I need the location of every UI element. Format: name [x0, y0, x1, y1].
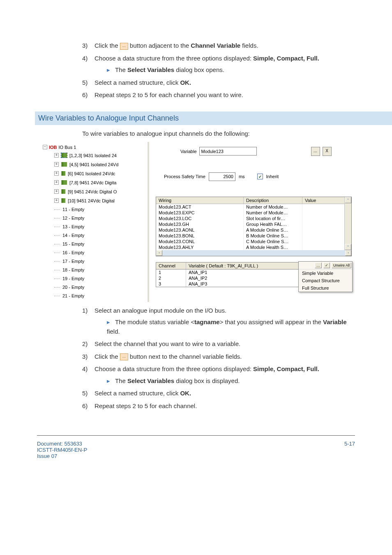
footer-rule — [37, 435, 355, 436]
tree-module-label: [1,2,3] 9431 Isolated 24 — [69, 153, 117, 158]
browse-button[interactable]: … — [311, 147, 320, 156]
ellipsis-icon: … — [120, 353, 128, 360]
module-icon — [61, 180, 67, 185]
scroll-up-icon[interactable]: ˄ — [345, 197, 351, 203]
screenshot: − IOB IO Bus 1 +[1,2,3] 9431 Isolated 24… — [41, 142, 355, 302]
wiring-row[interactable]: Module123.CONLC Module Online S… — [156, 239, 351, 244]
col-header-channel[interactable]: Channel — [156, 262, 186, 269]
step-4-sub: ▸ The Select Variables dialog box opens. — [107, 65, 355, 75]
step-3: 3) Click the … button adjacent to the Ch… — [82, 41, 355, 51]
wiring-row[interactable]: Module123.AONLA Module Online S… — [156, 227, 351, 233]
step-4: 4) Choose a data structure from the thre… — [82, 54, 355, 75]
inherit-checkbox[interactable]: ✔ — [257, 174, 263, 179]
scroll-right-icon[interactable]: › — [345, 250, 351, 256]
wiring-row[interactable]: Module123.EXPCNumber of Module… — [156, 210, 351, 216]
expand-icon[interactable]: + — [54, 171, 59, 176]
tree-empty-slot[interactable]: 21 - Empty — [54, 292, 148, 300]
tree-empty-slot[interactable]: 16 - Empty — [54, 248, 148, 257]
module-icon — [61, 162, 67, 167]
tree-module[interactable]: +[10] 9451 24Vdc Digital — [54, 196, 148, 205]
vertical-scrollbar[interactable]: ˄ ˅ — [344, 197, 351, 250]
pst-input[interactable]: 2500 — [209, 172, 235, 181]
module-icon — [61, 171, 65, 176]
expand-icon[interactable]: + — [54, 162, 59, 167]
bstep-1: 1) Select an analogue input module on th… — [82, 306, 355, 337]
popup-confirm-button[interactable]: ✓ — [323, 262, 330, 268]
tree-empty-slot[interactable]: 19 - Empty — [54, 274, 148, 283]
bstep-3: 3) Click the … button next to the channe… — [82, 352, 355, 362]
pst-row: Process Safety Time 2500 ms ✔ Inherit — [164, 172, 352, 181]
arrow-icon: ▸ — [107, 66, 110, 73]
tree-module[interactable]: +[1,2,3] 9431 Isolated 24 — [54, 151, 148, 160]
module-icon — [61, 189, 65, 194]
variable-row: Variable Module123 … X — [180, 147, 352, 156]
collapse-icon[interactable]: − — [43, 145, 47, 149]
tree-empty-slot[interactable]: 14 - Empty — [54, 231, 148, 240]
tree-empty-slot[interactable]: 17 - Empty — [54, 257, 148, 266]
tree-module[interactable]: +[7,8] 9451 24Vdc Digita — [54, 178, 148, 187]
module-icon — [61, 153, 67, 158]
clear-button[interactable]: X — [323, 147, 332, 156]
bstep-1-sub: ▸ The module status variable <tagname> t… — [107, 318, 355, 336]
pst-label: Process Safety Time — [164, 174, 205, 179]
footer-page: 5-17 — [344, 441, 355, 459]
wiring-row[interactable]: Module123.LOCSlot location of fir… — [156, 216, 351, 221]
tree-module-label: [6] 9401 Isolated 24Vdc — [68, 171, 115, 176]
expand-icon[interactable]: + — [54, 180, 59, 185]
footer-issue: Issue 07 — [37, 453, 87, 459]
tree-module[interactable]: +[9] 9451 24Vdc Digital O — [54, 187, 148, 196]
arrow-icon: ▸ — [107, 377, 110, 384]
wiring-row[interactable]: Module123.ACTNumber of Module… — [156, 204, 351, 210]
pst-unit: ms — [239, 174, 245, 179]
steps-top: 3) Click the … button adjacent to the Ch… — [82, 41, 355, 100]
col-header-wiring[interactable]: Wiring — [156, 197, 244, 204]
section-heading: Wire Variables to Analogue Input Channel… — [35, 111, 392, 125]
col-header-description[interactable]: Description — [244, 197, 302, 204]
inherit-label: Inherit — [266, 174, 279, 179]
step-6: 6) Repeat steps 2 to 5 for each channel … — [82, 91, 355, 100]
tree-empty-slot[interactable]: 18 - Empty — [54, 266, 148, 274]
scroll-left-icon[interactable]: ‹ — [156, 250, 162, 256]
tree-empty-slot[interactable]: 13 - Empty — [54, 223, 148, 231]
wiring-row[interactable]: Module123.AHLYA Module Health S… — [156, 244, 351, 250]
wiring-grid: Wiring Description Value Module123.ACTNu… — [156, 197, 352, 256]
tree-module[interactable]: +[4,5] 9401 Isolated 24Vd — [54, 160, 148, 169]
wiring-row[interactable]: Module123.GHGroup Health FAL… — [156, 221, 351, 227]
tree-module-label: [10] 9451 24Vdc Digital — [68, 198, 115, 203]
bstep-5: 5) Select a named structure, click OK. — [82, 389, 355, 398]
popup-unwire-button[interactable]: Unwire All — [332, 262, 351, 268]
structure-popup: … ✓ Unwire All Simple Variable Compact S… — [298, 261, 353, 292]
detail-pane: Variable Module123 … X Process Safety Ti… — [149, 142, 355, 302]
module-icon — [61, 198, 65, 203]
tree-root[interactable]: − IOB IO Bus 1 — [43, 144, 148, 151]
tree-module-label: [7,8] 9451 24Vdc Digita — [69, 180, 116, 185]
step-5: 5) Select a named structure, click OK. — [82, 78, 355, 88]
tree-pane: − IOB IO Bus 1 +[1,2,3] 9431 Isolated 24… — [41, 142, 149, 302]
variable-label: Variable — [180, 149, 197, 154]
expand-icon[interactable]: + — [54, 189, 59, 194]
section-intro: To wire variables to analogue input chan… — [82, 130, 355, 137]
tree-empty-slot[interactable]: 15 - Empty — [54, 240, 148, 248]
footer-document: Document: 553633 — [37, 441, 87, 447]
footer-reference: ICSTT-RM405f-EN-P — [37, 447, 87, 453]
wiring-row[interactable]: Module123.BONLB Module Online S… — [156, 233, 351, 239]
steps-bottom: 1) Select an analogue input module on th… — [82, 306, 355, 411]
horizontal-scrollbar[interactable]: ‹ › — [156, 250, 351, 256]
tree-empty-slot[interactable]: 12 - Empty — [54, 214, 148, 223]
popup-browse-button[interactable]: … — [315, 262, 322, 268]
expand-icon[interactable]: + — [54, 153, 59, 158]
scroll-down-icon[interactable]: ˅ — [345, 244, 351, 250]
popup-item-full[interactable]: Full Structure — [299, 284, 352, 292]
tree-empty-slot[interactable]: 20 - Empty — [54, 283, 148, 292]
tree-module-label: [9] 9451 24Vdc Digital O — [68, 189, 117, 194]
ellipsis-icon: … — [120, 43, 128, 50]
tree-module[interactable]: +[6] 9401 Isolated 24Vdc — [54, 169, 148, 178]
popup-item-simple[interactable]: Simple Variable — [299, 269, 352, 277]
footer: Document: 553633 ICSTT-RM405f-EN-P Issue… — [37, 441, 355, 459]
bstep-2: 2) Select the channel that you want to w… — [82, 339, 355, 349]
variable-input[interactable]: Module123 — [199, 147, 257, 156]
tree-empty-slot[interactable]: 11 - Empty — [54, 205, 148, 214]
expand-icon[interactable]: + — [54, 198, 59, 203]
popup-item-compact[interactable]: Compact Structure — [299, 277, 352, 284]
arrow-icon: ▸ — [107, 318, 110, 325]
